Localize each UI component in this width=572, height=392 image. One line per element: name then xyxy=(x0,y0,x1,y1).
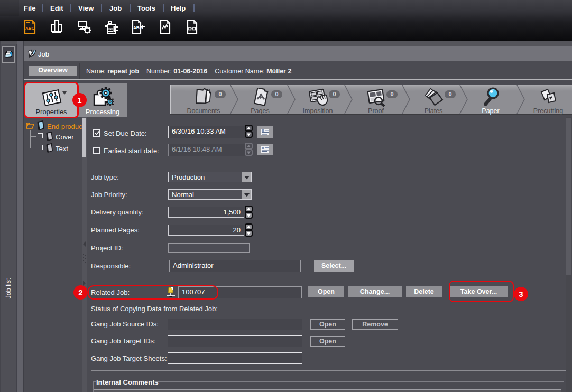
svg-text:ABC: ABC xyxy=(25,26,35,31)
svg-text:ABC: ABC xyxy=(133,25,143,30)
